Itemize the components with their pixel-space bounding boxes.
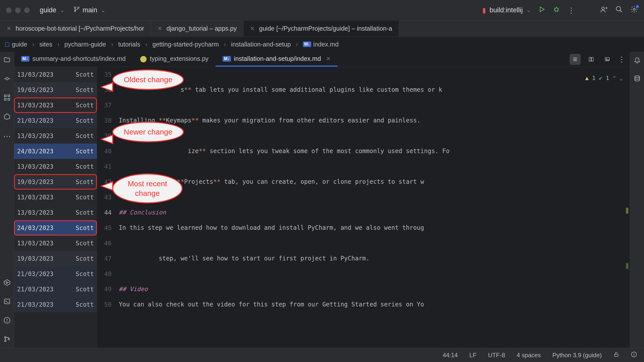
readonly-toggle-icon[interactable] xyxy=(613,351,619,359)
blame-row[interactable]: 19/03/2023Scott xyxy=(14,82,97,98)
status-error-icon[interactable] xyxy=(631,351,637,359)
more-actions-icon[interactable]: ⋮ xyxy=(568,6,575,15)
blame-row[interactable]: 13/03/2023Scott xyxy=(14,205,97,220)
code-line[interactable]: In this step we learned how to download … xyxy=(119,220,630,236)
blame-row[interactable]: 13/03/2023Scott xyxy=(14,190,97,205)
blame-row[interactable]: 21/03/2023Scott xyxy=(14,113,97,128)
search-icon[interactable] xyxy=(615,6,623,15)
blame-row[interactable]: 24/03/2023Scott xyxy=(14,144,97,159)
close-icon[interactable]: ✕ xyxy=(157,25,162,32)
interpreter[interactable]: Python 3.9 (guide) xyxy=(552,352,602,359)
blame-row[interactable]: 21/03/2023Scott xyxy=(14,297,97,312)
code-line[interactable] xyxy=(119,67,630,82)
code-line[interactable] xyxy=(119,266,630,282)
code-line[interactable] xyxy=(119,236,630,251)
breadcrumb-item[interactable]: ▢guide xyxy=(5,41,27,48)
structure-tool-icon[interactable] xyxy=(4,94,11,103)
code-line[interactable]: You can also check out the video for thi… xyxy=(119,297,630,312)
line-number-gutter: 35363738394041424344454647484950 xyxy=(97,67,119,348)
zoom-window[interactable] xyxy=(24,8,30,13)
chevron-up-icon[interactable]: ⌃ xyxy=(613,70,616,86)
line-separator[interactable]: LF xyxy=(469,352,476,359)
blame-row[interactable]: 19/03/2023Scott xyxy=(14,174,97,190)
minimize-window[interactable] xyxy=(15,8,21,13)
git-blame-gutter[interactable]: 13/03/2023Scott19/03/2023Scott13/03/2023… xyxy=(14,67,97,348)
run-button[interactable] xyxy=(538,6,545,15)
debug-button[interactable] xyxy=(553,6,560,15)
svg-point-5 xyxy=(602,7,604,10)
code-line[interactable]: Finally, on the **Projects** tab, you ca… xyxy=(119,174,630,190)
blame-row[interactable]: 21/03/2023Scott xyxy=(14,282,97,297)
code-line[interactable]: ## Conclusion xyxy=(119,205,630,220)
line-number: 46 xyxy=(97,236,119,251)
blame-row[interactable]: 13/03/2023Scott xyxy=(14,159,97,174)
code-line[interactable] xyxy=(119,159,630,174)
code-line[interactable]: Installing **Keymaps** makes your migrat… xyxy=(119,113,630,128)
svg-line-7 xyxy=(620,10,622,12)
file-encoding[interactable]: UTF-8 xyxy=(488,352,505,359)
blame-row[interactable]: 13/03/2023Scott xyxy=(14,98,97,113)
code-line[interactable] xyxy=(119,128,630,144)
preview-view-button[interactable] xyxy=(602,54,613,65)
breadcrumb-item[interactable]: M↓index.md xyxy=(303,41,339,48)
blame-row[interactable]: 21/03/2023Scott xyxy=(14,266,97,282)
problems-tool-icon[interactable] xyxy=(4,317,11,326)
terminal-tool-icon[interactable] xyxy=(4,298,11,307)
project-name: guide xyxy=(40,6,56,14)
window-tab[interactable]: ✕guide [~/PycharmProjects/guide] – insta… xyxy=(244,21,399,36)
svg-marker-16 xyxy=(4,114,10,119)
code-line[interactable] xyxy=(119,98,630,113)
blame-row[interactable]: 13/03/2023Scott xyxy=(14,236,97,251)
editor-view-button[interactable] xyxy=(570,54,581,65)
editor-tab[interactable]: M↓summary-and-shortcuts/index.md xyxy=(14,52,133,67)
tab-more-icon[interactable]: ⋮ xyxy=(618,55,625,64)
window-tab[interactable]: ✕horoscope-bot-tutorial [~/PycharmProjec… xyxy=(0,21,151,36)
code-line[interactable]: ize** section lets you tweak some of the… xyxy=(119,144,630,159)
code-line[interactable]: s** tab lets you install some additional… xyxy=(119,82,630,98)
project-tool-icon[interactable] xyxy=(4,56,11,65)
code-with-me-icon[interactable] xyxy=(600,6,608,15)
chevron-down-icon[interactable]: ⌄ xyxy=(620,70,623,86)
branch-selector[interactable]: main ⌄ xyxy=(73,6,105,14)
code-line[interactable] xyxy=(119,190,630,205)
close-window[interactable] xyxy=(6,8,12,13)
code-line[interactable]: step, we'll see how to start our first p… xyxy=(119,251,630,266)
line-number: 44 xyxy=(97,205,119,220)
tab-label: typing_extensions.py xyxy=(150,55,209,62)
breadcrumb-item[interactable]: sites xyxy=(39,41,52,48)
notifications-icon[interactable] xyxy=(634,56,641,65)
vcs-tool-icon[interactable] xyxy=(4,336,11,344)
breadcrumb-item[interactable]: pycharm-guide xyxy=(64,41,106,48)
services-tool-icon[interactable] xyxy=(4,113,11,122)
branch-icon xyxy=(73,6,80,14)
run-config-selector[interactable]: ▮ build:intellij ⌄ xyxy=(481,6,531,14)
breadcrumb-item[interactable]: tutorials xyxy=(118,41,140,48)
blame-row[interactable]: 13/03/2023Scott xyxy=(14,67,97,82)
window-tab[interactable]: ✕django_tutorial – apps.py xyxy=(151,21,244,36)
editor-tab[interactable]: ⬤typing_extensions.py xyxy=(133,52,216,67)
indent-setting[interactable]: 4 spaces xyxy=(517,352,541,359)
window-controls xyxy=(6,8,30,13)
settings-icon[interactable] xyxy=(630,6,638,15)
inspection-widget[interactable]: ▲1 ✔1 ⌃ ⌄ xyxy=(585,70,623,86)
commit-tool-icon[interactable] xyxy=(4,75,11,84)
blame-row[interactable]: 24/03/2023Scott xyxy=(14,220,97,236)
split-view-button[interactable] xyxy=(586,54,597,65)
database-tool-icon[interactable] xyxy=(634,75,641,84)
caret-position[interactable]: 44:14 xyxy=(443,352,458,359)
code-area[interactable]: ▲1 ✔1 ⌃ ⌄ s** tab lets you install some … xyxy=(119,67,630,348)
run-tool-icon[interactable] xyxy=(4,279,11,288)
breadcrumb-item[interactable]: installation-and-setup xyxy=(231,41,291,48)
blame-row[interactable]: 13/03/2023Scott xyxy=(14,128,97,144)
close-icon[interactable]: ✕ xyxy=(7,25,11,32)
error-stripe[interactable] xyxy=(625,67,630,348)
editor-tab[interactable]: M↓installation-and-setup/index.md✕ xyxy=(216,52,338,67)
breadcrumb-item[interactable]: getting-started-pycharm xyxy=(152,41,219,48)
project-selector[interactable]: guide ⌄ xyxy=(40,6,64,14)
close-icon[interactable]: ✕ xyxy=(250,25,255,32)
close-icon[interactable]: ✕ xyxy=(326,56,331,62)
more-tool-icon[interactable]: ⋯ xyxy=(3,132,11,141)
line-number: 50 xyxy=(97,297,119,312)
blame-row[interactable]: 19/03/2023Scott xyxy=(14,251,97,266)
code-line[interactable]: ## Video xyxy=(119,282,630,297)
